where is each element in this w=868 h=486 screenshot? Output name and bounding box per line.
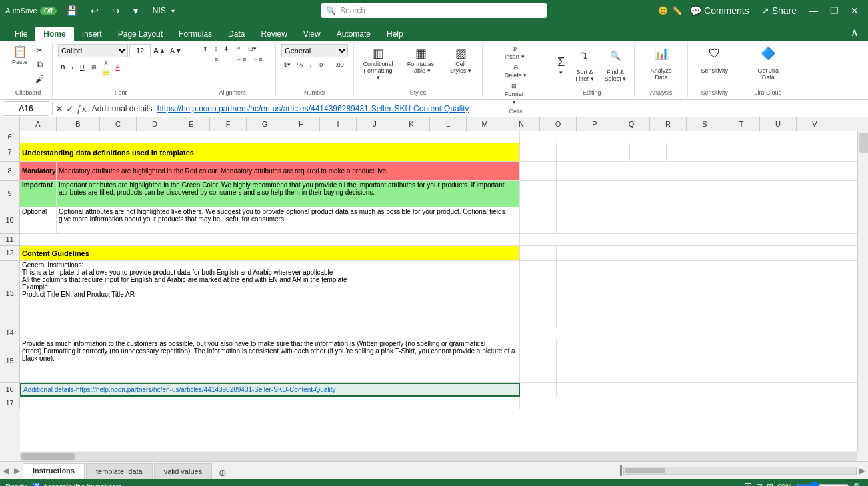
sheet-tab-valid-values[interactable]: valid values xyxy=(154,463,212,479)
font-family-select[interactable]: Calibri xyxy=(58,44,128,57)
find-select-button[interactable]: 🔍Find &Select ▾ xyxy=(602,49,629,83)
col-header-S[interactable]: S xyxy=(687,117,723,131)
search-box[interactable]: 🔍 Search xyxy=(321,3,547,18)
cell-15-A[interactable]: Provide as much information to the custo… xyxy=(20,339,520,382)
cell-15-O[interactable] xyxy=(557,339,593,382)
cell-8-O[interactable] xyxy=(557,162,593,180)
cell-6-empty[interactable] xyxy=(20,131,520,143)
decrease-font-button[interactable]: A▼ xyxy=(169,46,183,55)
tab-review[interactable]: Review xyxy=(253,27,295,41)
cell-9-N[interactable] xyxy=(520,181,557,207)
decrease-decimal-button[interactable]: .0← xyxy=(315,60,332,69)
fill-color-button[interactable]: A▬ xyxy=(101,59,112,76)
cell-17-empty[interactable] xyxy=(20,397,520,409)
formula-link[interactable]: https://help.noon.partners/hc/en-us/arti… xyxy=(157,104,469,113)
tab-insert[interactable]: Insert xyxy=(74,27,110,41)
scroll-tabs-left[interactable]: ◀ xyxy=(0,466,11,475)
col-header-F[interactable]: F xyxy=(210,117,247,131)
cell-15-N[interactable] xyxy=(520,339,557,382)
scrollbar-thumb[interactable] xyxy=(859,133,868,153)
zoom-slider[interactable] xyxy=(796,481,849,486)
col-header-L[interactable]: L xyxy=(430,117,467,131)
cell-16-O[interactable] xyxy=(557,383,593,397)
analyze-data-button[interactable]: 📊AnalyzeData xyxy=(641,46,681,86)
page-layout-view-button[interactable]: ⊟ xyxy=(756,482,763,486)
confirm-formula-icon[interactable]: ✓ xyxy=(66,103,74,114)
col-header-D[interactable]: D xyxy=(137,117,173,131)
cell-12-N[interactable] xyxy=(520,246,557,260)
col-header-I[interactable]: I xyxy=(320,117,357,131)
get-jira-data-button[interactable]: 🔷Get JiraData xyxy=(748,46,788,86)
increase-font-button[interactable]: A▲ xyxy=(152,46,167,55)
h-scrollbar-thumb[interactable] xyxy=(21,453,75,460)
col-header-M[interactable]: M xyxy=(467,117,503,131)
col-header-V[interactable]: V xyxy=(797,117,833,131)
col-header-J[interactable]: J xyxy=(357,117,393,131)
col-header-R[interactable]: R xyxy=(650,117,687,131)
cell-9-B[interactable]: Important attributes are highlighted in … xyxy=(57,181,520,207)
cell-16-N[interactable] xyxy=(520,383,557,397)
cell-10-O[interactable] xyxy=(557,207,593,233)
minimize-button[interactable]: — xyxy=(805,4,822,17)
increase-decimal-button[interactable]: .00 xyxy=(333,60,347,69)
percent-button[interactable]: % xyxy=(295,60,305,69)
cell-12-O[interactable] xyxy=(557,246,593,260)
scroll-right-button[interactable]: ▶ xyxy=(857,466,868,475)
cell-8-A[interactable]: Mandatory xyxy=(20,162,57,180)
col-header-T[interactable]: T xyxy=(723,117,760,131)
align-left-button[interactable]: ☰ xyxy=(200,55,211,64)
save-button[interactable]: 💾 xyxy=(62,4,81,17)
cell-7-R[interactable] xyxy=(667,143,703,161)
cell-11-empty[interactable] xyxy=(20,234,520,245)
cell-10-A[interactable]: Optional xyxy=(20,207,57,233)
customize-qat-button[interactable]: ▾ xyxy=(129,4,142,17)
tab-automate[interactable]: Automate xyxy=(329,27,379,41)
tab-file[interactable]: File xyxy=(7,27,35,41)
tab-view[interactable]: View xyxy=(295,27,329,41)
decrease-indent-button[interactable]: ←≡ xyxy=(234,55,249,64)
cell-13-A[interactable]: General Instructions: This is a template… xyxy=(20,261,520,327)
close-button[interactable]: ✕ xyxy=(847,4,863,17)
tab-data[interactable]: Data xyxy=(220,27,253,41)
horizontal-scrollbar[interactable] xyxy=(20,452,857,461)
cell-8-N[interactable] xyxy=(520,162,557,180)
cell-13-O[interactable] xyxy=(557,261,593,327)
format-as-table-button[interactable]: ▦ Format asTable ▾ xyxy=(402,46,439,86)
autosum-button[interactable]: Σ ▾ xyxy=(555,55,567,77)
number-format-select[interactable]: General xyxy=(281,44,348,57)
cell-10-N[interactable] xyxy=(520,207,557,233)
share-button[interactable]: ↗ Share xyxy=(757,4,801,17)
accessibility-label[interactable]: Accessibility: Investigate xyxy=(43,483,122,487)
insert-cells-button[interactable]: ⊕ Insert ▾ xyxy=(502,44,527,61)
align-center-button[interactable]: ≡ xyxy=(212,55,221,64)
paste-button[interactable]: 📋 Paste xyxy=(9,44,30,67)
col-header-G[interactable]: G xyxy=(247,117,283,131)
comments-button[interactable]: 💬 Comments xyxy=(686,4,753,17)
ribbon-collapse-button[interactable]: ∧ xyxy=(848,23,861,41)
cell-7-N[interactable] xyxy=(520,143,557,161)
conditional-formatting-button[interactable]: ▥ ConditionalFormatting ▾ xyxy=(359,46,397,86)
wrap-text-button[interactable]: ↵ xyxy=(233,44,244,53)
currency-button[interactable]: $▾ xyxy=(281,60,293,69)
cell-13-N[interactable] xyxy=(520,261,557,327)
tab-formulas[interactable]: Formulas xyxy=(171,27,220,41)
col-header-B[interactable]: B xyxy=(57,117,100,131)
col-header-H[interactable]: H xyxy=(283,117,320,131)
format-cells-button[interactable]: ⊟ Format ▾ xyxy=(502,81,527,107)
align-bottom-button[interactable]: ⬇ xyxy=(221,44,232,53)
bold-button[interactable]: B xyxy=(58,63,68,72)
col-header-P[interactable]: P xyxy=(577,117,613,131)
cell-reference-input[interactable] xyxy=(3,101,49,116)
merge-cells-button[interactable]: ⊟▾ xyxy=(245,44,259,53)
cut-button[interactable]: ✂ xyxy=(33,44,47,57)
col-header-A[interactable]: A xyxy=(20,117,57,131)
redo-button[interactable]: ↪ xyxy=(108,4,124,17)
align-right-button[interactable]: ☷ xyxy=(222,55,233,64)
align-top-button[interactable]: ⬆ xyxy=(200,44,211,53)
cell-14-empty[interactable] xyxy=(20,327,520,339)
align-middle-button[interactable]: ↕ xyxy=(212,44,221,53)
page-break-view-button[interactable]: ⊞ xyxy=(767,482,773,486)
col-header-K[interactable]: K xyxy=(393,117,430,131)
insert-function-icon[interactable]: ƒx xyxy=(77,103,87,114)
vertical-scrollbar[interactable] xyxy=(857,131,868,451)
